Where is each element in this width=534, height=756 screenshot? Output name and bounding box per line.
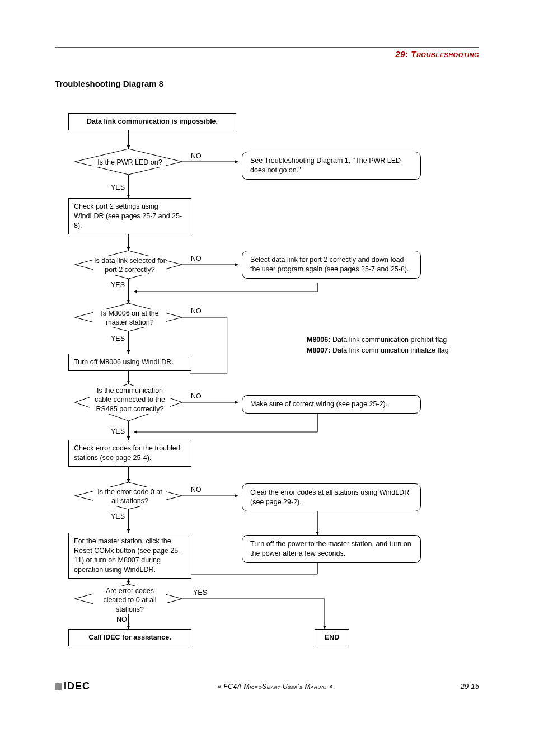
d6-q: Are error codes cleared to 0 at all stat…: [93, 586, 166, 614]
start-box: Data link communication is impossible.: [68, 113, 236, 130]
call-box: Call IDEC for assistance.: [68, 629, 191, 646]
d4-yes: YES: [110, 428, 126, 435]
d3-yes: YES: [110, 335, 126, 342]
p3: Turn off M8006 using WindLDR.: [68, 354, 191, 371]
d6-yes: YES: [192, 589, 208, 597]
brand-square-icon: [55, 683, 62, 690]
d5-q: Is the error code 0 at all stations?: [93, 487, 166, 506]
d2-yes: YES: [110, 281, 126, 289]
n2: Select data link for port 2 correctly an…: [242, 251, 421, 279]
d4-no: NO: [190, 392, 203, 400]
d1-yes: YES: [110, 184, 126, 191]
d6-no: NO: [115, 616, 128, 623]
d5-yes: YES: [110, 513, 126, 520]
d2-no: NO: [190, 255, 203, 262]
d1-q: Is the PWR LED on?: [93, 158, 166, 167]
footer-manual: « FC4A MicroSmart User's Manual »: [218, 683, 334, 691]
flowchart: Data link communication is impossible. I…: [63, 110, 479, 669]
p5: For the master station, click the Reset …: [68, 533, 191, 579]
p1: Check port 2 settings using WindLDR (see…: [68, 198, 191, 234]
p4: Check error codes for the troubled stati…: [68, 440, 191, 467]
d5-no: NO: [190, 486, 203, 494]
d2-q: Is data link selected for port 2 correct…: [93, 256, 166, 275]
n5b: Turn off the power to the master station…: [242, 535, 421, 563]
section-title: Troubleshooting Diagram 8: [55, 79, 479, 88]
brand-logo: IDEC: [55, 680, 90, 692]
chapter-heading: 29: Troubleshooting: [55, 49, 479, 59]
n5: Clear the error codes at all stations us…: [242, 483, 421, 511]
n1: See Troubleshooting Diagram 1, "The PWR …: [242, 152, 421, 180]
flags: M8006: Data link communication prohibit …: [307, 335, 449, 356]
n4: Make sure of correct wiring (see page 25…: [242, 395, 421, 414]
d4-q: Is the communication cable connected to …: [90, 386, 170, 414]
d3-q: Is M8006 on at the master station?: [93, 309, 166, 327]
d3-no: NO: [190, 307, 203, 315]
footer-page: 29-15: [461, 682, 479, 691]
end-box: END: [315, 629, 349, 646]
d1-no: NO: [190, 152, 203, 160]
